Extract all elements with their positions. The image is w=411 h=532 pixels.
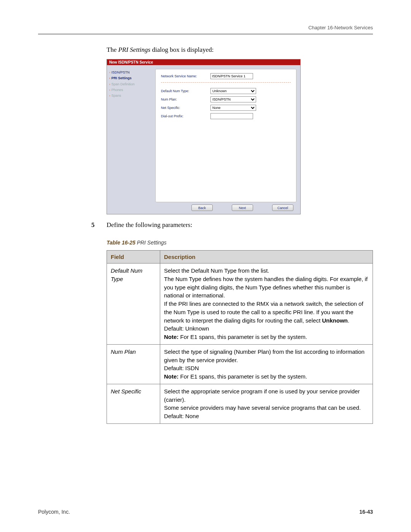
table-row: Default Num TypeSelect the Default Num T… <box>107 264 373 345</box>
sidebar-item-span: ›Span Definition <box>109 81 153 87</box>
sidebar-item-label: Spans <box>112 94 121 97</box>
cell-description: Select the appropriate service program i… <box>160 384 373 423</box>
cell-field: Net Specific <box>107 384 160 423</box>
step-number: 5 <box>91 221 107 229</box>
intro-pre: The <box>107 46 118 53</box>
table-row: Num PlanSelect the type of signaling (Nu… <box>107 344 373 384</box>
step-text: Define the following parameters: <box>107 221 192 229</box>
bullet-icon: › <box>109 77 110 80</box>
form-row-default-num-type: Default Num Type: Unknown <box>161 88 291 94</box>
bullet-icon: › <box>109 83 110 86</box>
next-button[interactable]: Next <box>232 204 253 211</box>
bullet-icon: › <box>109 94 110 97</box>
table-row: Net SpecificSelect the appropriate servi… <box>107 384 373 423</box>
cell-field: Default Num Type <box>107 264 160 345</box>
dialog-title: New ISDN/PSTN Service <box>107 59 300 65</box>
select-num-plan[interactable]: ISDN/PSTN <box>210 96 256 102</box>
label-dial-out-prefix: Dial-out Prefix: <box>161 114 210 118</box>
dialog-main: Network Service Name: Default Num Type: … <box>155 69 296 202</box>
step-5: 5 Define the following parameters: <box>91 221 373 229</box>
table-caption: Table 16-25 PRI Settings <box>107 240 373 246</box>
form-row-dial-out-prefix: Dial-out Prefix: <box>161 113 291 119</box>
label-net-specific: Net Specific: <box>161 106 210 110</box>
sidebar-item-phones: ›Phones <box>109 87 153 93</box>
header-rule <box>38 34 373 35</box>
sidebar-item-label: Phones <box>112 88 123 92</box>
input-service-name[interactable] <box>210 73 253 79</box>
sidebar-item-label: Span Definition <box>112 82 135 86</box>
label-default-num-type: Default Num Type: <box>161 89 210 93</box>
intro-post: dialog box is displayed: <box>150 46 213 53</box>
table-caption-rest: PRI Settings <box>135 240 167 246</box>
intro-text: The PRI Settings dialog box is displayed… <box>107 46 373 54</box>
th-field: Field <box>107 251 160 264</box>
sidebar-item-pri[interactable]: ›PRI Settings <box>109 75 153 81</box>
intro-italic: PRI Settings <box>118 46 151 53</box>
th-description: Description <box>160 251 373 264</box>
sidebar-item-label: PRI Settings <box>112 76 132 80</box>
pri-settings-dialog: New ISDN/PSTN Service ›ISDN/PSTN ›PRI Se… <box>107 59 301 214</box>
form-row-num-plan: Num Plan: ISDN/PSTN <box>161 96 291 102</box>
cancel-button[interactable]: Cancel <box>272 204 293 211</box>
label-num-plan: Num Plan: <box>161 97 210 101</box>
bullet-icon: › <box>109 88 110 92</box>
footer-left: Polycom, Inc. <box>38 509 70 515</box>
dialog-sidebar: ›ISDN/PSTN ›PRI Settings ›Span Definitio… <box>109 69 153 202</box>
back-button[interactable]: Back <box>191 204 213 211</box>
form-separator <box>161 82 291 83</box>
cell-description: Select the type of signaling (Number Pla… <box>160 344 373 384</box>
select-net-specific[interactable]: None <box>210 105 256 111</box>
sidebar-item-spans: ›Spans <box>109 93 153 99</box>
dialog-footer: Back Next Cancel <box>107 202 300 214</box>
footer-page-number: 16-43 <box>359 509 373 515</box>
page-footer: Polycom, Inc. 16-43 <box>38 509 373 515</box>
table-caption-bold: Table 16-25 <box>107 240 135 246</box>
chapter-header: Chapter 16-Network Services <box>38 25 373 30</box>
pri-settings-table: Field Description Default Num TypeSelect… <box>107 250 373 424</box>
sidebar-item-isdn[interactable]: ›ISDN/PSTN <box>109 70 153 75</box>
label-service-name: Network Service Name: <box>161 74 210 78</box>
sidebar-item-label: ISDN/PSTN <box>112 70 130 74</box>
cell-field: Num Plan <box>107 344 160 384</box>
select-default-num-type[interactable]: Unknown <box>210 88 256 94</box>
form-row-service-name: Network Service Name: <box>161 73 291 79</box>
input-dial-out-prefix[interactable] <box>210 113 253 119</box>
form-row-net-specific: Net Specific: None <box>161 105 291 111</box>
bullet-icon: › <box>109 71 110 74</box>
cell-description: Select the Default Num Type from the lis… <box>160 264 373 345</box>
